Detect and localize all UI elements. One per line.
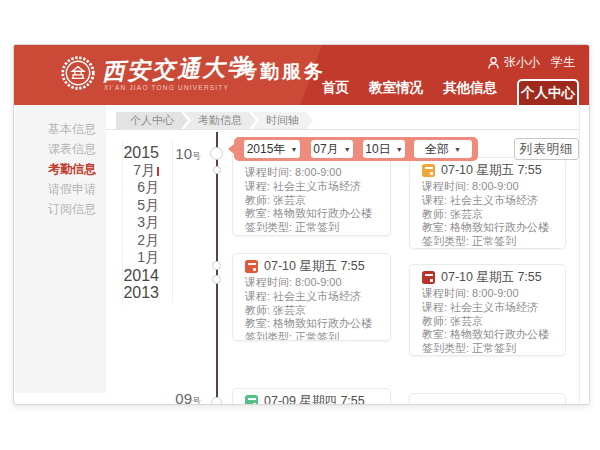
sidebar-item-leave-request[interactable]: 请假申请 (15, 179, 106, 199)
nav-item-other-info[interactable]: 其他信息 (443, 79, 497, 105)
university-logo-icon (60, 55, 96, 91)
timeline-scale-2013[interactable]: 2013 (110, 284, 159, 302)
day-marker-09: 09号 (154, 390, 201, 405)
timeline-scale-5月[interactable]: 5月 (110, 197, 159, 215)
current-month-tick (157, 167, 159, 176)
attendance-card-row: 课程: 社会主义市场经济 (245, 180, 382, 194)
breadcrumb: 个人中心考勤信息时间轴 (106, 112, 580, 130)
timeline-scale: 20157月6月5月3月2月1月20142013 (110, 144, 159, 302)
calendar-icon (422, 164, 435, 177)
attendance-card-row: 教室: 格物致知行政办公楼 (422, 221, 557, 235)
attendance-card-row: 教室: 格物致知行政办公楼 (245, 317, 382, 331)
day-marker-number: 10 (175, 145, 192, 162)
attendance-card-row: 签到类型: 正常签到 (245, 221, 382, 235)
attendance-card-row: 课程时间: 8:00-9:00 (245, 276, 382, 290)
filter-year-value: 2015年 (247, 141, 286, 158)
attendance-card-date: 07-10 星期五 7:55 (441, 269, 542, 286)
attendance-card: 07-10 星期五 7:55课程时间: 8:00-9:00课程: 社会主义市场经… (409, 157, 566, 249)
timeline-scale-2015[interactable]: 2015 (110, 144, 159, 162)
nav-item-home[interactable]: 首页 (322, 79, 349, 105)
attendance-card: 课程时间: 8:00-9:00课程: 社会主义市场经济教师: 张芸京教室: 格物… (232, 151, 391, 236)
timeline-node (210, 147, 223, 160)
content-right-divider (579, 105, 580, 404)
sidebar-item-schedule-info[interactable]: 课表信息 (15, 139, 106, 159)
sidebar-item-basic-info[interactable]: 基本信息 (15, 119, 106, 139)
timeline-scale-2月[interactable]: 2月 (110, 232, 159, 250)
filter-type-value: 全部 (425, 141, 449, 158)
attendance-card-row: 签到类型: 正常签到 (245, 331, 382, 341)
filter-year-dropdown[interactable]: 2015年▼ (244, 140, 300, 158)
filter-month-dropdown[interactable]: 07月▼ (311, 140, 353, 158)
nav-tab-personal-center[interactable]: 个人中心 (517, 79, 579, 105)
attendance-card: 07-10 星期五 7:55课程时间: 8:00-9:00课程: 社会主义市场经… (232, 253, 391, 341)
attendance-card-row: 签到类型: 正常签到 (422, 235, 557, 249)
attendance-card-row: 教室: 格物致知行政办公楼 (245, 207, 382, 221)
list-detail-button[interactable]: 列表明细 (514, 138, 579, 160)
attendance-card-row: 课程时间: 8:00-9:00 (245, 166, 382, 180)
attendance-card-row: 教师: 张芸京 (245, 304, 382, 318)
calendar-icon (245, 395, 258, 405)
attendance-card-row: 教室: 格物致知行政办公楼 (422, 328, 557, 342)
timeline-scale-2014[interactable]: 2014 (110, 267, 159, 285)
main-nav: 首页教室情况其他信息个人中心 (322, 79, 579, 105)
attendance-card-date: 07-10 星期五 7:55 (441, 162, 542, 179)
calendar-icon (245, 260, 258, 273)
attendance-card-row: 课程: 社会主义市场经济 (422, 301, 557, 315)
chevron-down-icon: ▼ (454, 146, 461, 153)
filter-type-dropdown[interactable]: 全部▼ (414, 140, 472, 158)
attendance-card-row: 签到类型: 正常签到 (422, 342, 557, 356)
attendance-card-row: 课程时间: 8:00-9:00 (422, 180, 557, 194)
user-info[interactable]: 张小小 学生 (488, 54, 575, 71)
timeline-node (212, 261, 221, 270)
user-name: 张小小 (504, 54, 540, 71)
attendance-card-header: 07-10 星期五 7:55 (245, 259, 382, 274)
attendance-card-row: 课程: 社会主义市场经济 (422, 194, 557, 208)
attendance-card-header: 07-10 星期五 7:55 (422, 163, 557, 178)
university-name-en: XI'AN JIAO TONG UNIVERSITY (104, 84, 229, 91)
timeline-scale-6月[interactable]: 6月 (110, 179, 159, 197)
day-marker-number: 09 (175, 390, 192, 405)
sidebar-item-subscription-info[interactable]: 订阅信息 (15, 199, 106, 219)
attendance-card-row: 课程时间: 8:00-9:00 (422, 287, 557, 301)
attendance-card-header: 07-09 星期四 7:55 (245, 394, 382, 405)
chevron-down-icon: ▼ (344, 146, 351, 153)
attendance-card: 07-10 星期五 7:55课程时间: 8:00-9:00课程: 社会主义市场经… (409, 264, 566, 356)
timeline-node (213, 166, 221, 174)
sidebar-item-attendance-info[interactable]: 考勤信息 (15, 159, 106, 179)
attendance-card-date: 07-09 星期四 7:55 (264, 393, 365, 405)
university-name: 西安交通大学 (102, 51, 253, 87)
filter-day-dropdown[interactable]: 10日▼ (363, 140, 405, 158)
attendance-card-row: 教师: 张芸京 (245, 194, 382, 208)
attendance-card-row: 教师: 张芸京 (422, 315, 557, 329)
chevron-down-icon: ▼ (396, 146, 403, 153)
day-marker-suffix: 号 (192, 396, 201, 405)
app-header: 西安交通大学 XI'AN JIAO TONG UNIVERSITY 考勤服务 张… (14, 45, 589, 105)
timeline-scale-1月[interactable]: 1月 (110, 249, 159, 267)
scale-right-divider (172, 141, 173, 303)
attendance-card (409, 393, 566, 405)
timeline-scale-7月[interactable]: 7月 (110, 162, 159, 180)
breadcrumb-personal-center[interactable]: 个人中心 (116, 112, 188, 129)
attendance-card-date: 07-10 星期五 7:55 (264, 258, 365, 275)
filter-month-value: 07月 (313, 141, 338, 158)
user-icon (488, 57, 499, 69)
day-marker-suffix: 号 (192, 151, 201, 161)
day-marker-10: 10号 (154, 145, 201, 163)
calendar-icon (422, 271, 435, 284)
timeline-node (211, 397, 222, 405)
timeline-scale-3月[interactable]: 3月 (110, 214, 159, 232)
breadcrumb-timeline[interactable]: 时间轴 (252, 112, 313, 129)
attendance-card-row: 教师: 张芸京 (422, 208, 557, 222)
breadcrumb-attendance-info[interactable]: 考勤信息 (184, 112, 256, 129)
timeline-node (212, 275, 221, 284)
user-role: 学生 (551, 54, 575, 71)
filter-bar: 2015年▼07月▼10日▼全部▼ (234, 137, 478, 161)
chevron-down-icon: ▼ (290, 146, 297, 153)
nav-item-classroom-status[interactable]: 教室情况 (369, 79, 423, 105)
attendance-card-row: 课程: 社会主义市场经济 (245, 290, 382, 304)
app-title: 考勤服务 (238, 59, 326, 85)
attendance-card: 07-09 星期四 7:55 (232, 388, 391, 405)
app-window: 西安交通大学 XI'AN JIAO TONG UNIVERSITY 考勤服务 张… (13, 44, 590, 405)
sidebar: 基本信息课表信息考勤信息请假申请订阅信息 (15, 105, 106, 393)
filter-day-value: 10日 (365, 141, 390, 158)
